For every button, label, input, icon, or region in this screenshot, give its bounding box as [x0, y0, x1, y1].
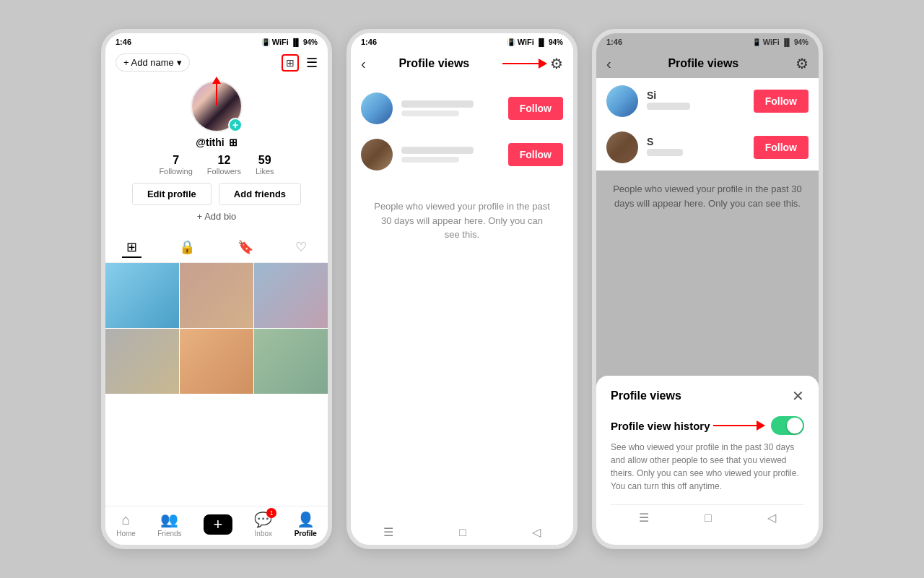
grid-item-5[interactable]: [180, 329, 253, 394]
phone-2: 1:46 📳 WiFi ▐▌ 94% ‹ Profile views ⚙ Fol…: [346, 29, 578, 549]
toggle-arrow-line: [713, 425, 757, 426]
gear-arrow-annotation: ⚙: [502, 55, 563, 72]
likes-count: 59: [258, 154, 271, 167]
user-info-4: S: [647, 136, 745, 159]
arrow-line: [502, 63, 539, 64]
tab-grid[interactable]: ⊞: [122, 238, 141, 258]
create-button[interactable]: +: [204, 514, 232, 535]
action-buttons: Edit profile Add friends: [132, 183, 301, 205]
back-button-2[interactable]: ‹: [361, 56, 366, 72]
toggle-area: [713, 416, 804, 435]
grid-item-4[interactable]: [105, 329, 179, 394]
gear-button-3[interactable]: ⚙: [796, 55, 808, 72]
time-2: 1:46: [361, 38, 377, 46]
modal-toggle-row: Profile view history: [611, 416, 804, 435]
profile-view-toggle[interactable]: [771, 416, 804, 435]
friends-label: Friends: [157, 530, 181, 538]
modal-sheet: Profile views ✕ Profile view history See…: [596, 376, 819, 545]
follow-button-4[interactable]: Follow: [754, 136, 808, 159]
inbox-icon: 💬 1: [254, 511, 272, 528]
modal-close-button[interactable]: ✕: [792, 387, 804, 405]
nav-create[interactable]: +: [204, 514, 232, 535]
likes-stat[interactable]: 59 Likes: [256, 154, 274, 176]
back-button-3[interactable]: ‹: [606, 56, 611, 72]
user-name-blur-2: [401, 147, 474, 154]
tab-lock[interactable]: 🔒: [175, 238, 199, 258]
tab-heart[interactable]: ♡: [291, 238, 311, 258]
vibrate-icon-2: 📳: [507, 38, 515, 46]
modal-title: Profile views: [611, 389, 681, 402]
user-row-3: Si Follow: [596, 78, 819, 124]
content-grid: [105, 263, 328, 394]
android-home-icon[interactable]: □: [459, 526, 466, 539]
gear-button-2[interactable]: ⚙: [550, 55, 563, 72]
username-text: @tithi: [196, 137, 224, 148]
add-photo-button[interactable]: +: [228, 118, 243, 132]
page-header-3: ‹ Profile views ⚙: [596, 49, 819, 78]
user-info-1: [401, 100, 500, 116]
nav-profile[interactable]: 👤 Profile: [295, 511, 317, 538]
modal-description: See who viewed your profile in the past …: [611, 441, 804, 493]
likes-label: Likes: [256, 167, 274, 176]
followers-stat[interactable]: 12 Followers: [207, 154, 241, 176]
inbox-label: Inbox: [255, 530, 272, 538]
spacer-2: [351, 256, 573, 520]
toggle-knob: [787, 418, 803, 434]
user-info-2: [401, 147, 500, 163]
follow-button-1[interactable]: Follow: [508, 97, 563, 120]
status-bar-2: 1:46 📳 WiFi ▐▌ 94%: [351, 33, 573, 49]
home-label: Home: [116, 530, 136, 538]
header-icons: ⊞ ☰: [282, 54, 318, 72]
user-row-1: Follow: [351, 85, 573, 131]
home-icon: ⌂: [121, 512, 130, 528]
android-back-icon[interactable]: ◁: [532, 525, 541, 539]
inbox-badge: 1: [266, 508, 276, 518]
signal-icon-3: ▐▌: [782, 38, 792, 46]
follow-button-2[interactable]: Follow: [508, 143, 563, 166]
vibrate-icon: 📳: [261, 38, 270, 46]
signal-icon-2: ▐▌: [536, 38, 546, 46]
profile-label: Profile: [295, 530, 317, 538]
battery-1: 94%: [303, 38, 318, 46]
username-row: @tithi ⊞: [196, 137, 237, 148]
add-name-button[interactable]: + Add name ▾: [116, 53, 190, 72]
nav-friends[interactable]: 👥 Friends: [157, 511, 181, 538]
add-name-label: + Add name: [123, 57, 174, 68]
android-menu-icon[interactable]: ☰: [383, 525, 393, 539]
info-text-2: People who viewed your profile in the pa…: [351, 185, 573, 256]
grid-item-2[interactable]: [180, 263, 253, 328]
stats-row: 7 Following 12 Followers 59 Likes: [159, 154, 274, 176]
android-back-icon-3[interactable]: ◁: [767, 511, 776, 525]
grid-item-1[interactable]: [105, 263, 179, 328]
grid-item-6[interactable]: [254, 329, 328, 394]
nav-home[interactable]: ⌂ Home: [116, 512, 136, 538]
android-menu-icon-3[interactable]: ☰: [639, 511, 649, 525]
follow-button-3[interactable]: Follow: [754, 90, 808, 113]
toggle-arrow-head: [757, 420, 765, 431]
status-icons-2: 📳 WiFi ▐▌ 94%: [507, 38, 563, 46]
add-bio-link[interactable]: + Add bio: [197, 211, 237, 222]
grid-item-3[interactable]: [254, 263, 328, 328]
following-stat[interactable]: 7 Following: [159, 154, 192, 176]
nav-inbox[interactable]: 💬 1 Inbox: [254, 511, 272, 538]
menu-icon[interactable]: ☰: [306, 55, 318, 71]
battery-3: 94%: [794, 38, 808, 46]
wifi-icon-3: WiFi: [763, 38, 780, 46]
signal-icon: ▐▌: [291, 38, 301, 46]
profile-icon: 👤: [297, 511, 315, 528]
toggle-arrow: [713, 420, 765, 431]
profile-views-qr-button[interactable]: ⊞: [282, 54, 299, 72]
user-avatar-1: [361, 92, 393, 124]
status-bar-3: 1:46 📳 WiFi ▐▌ 94%: [596, 33, 819, 49]
followers-count: 12: [217, 154, 230, 167]
tab-bookmark[interactable]: 🔖: [233, 238, 258, 258]
qr-code-icon[interactable]: ⊞: [229, 137, 237, 148]
friends-icon: 👥: [160, 511, 178, 528]
edit-profile-button[interactable]: Edit profile: [132, 183, 212, 205]
android-home-icon-3[interactable]: □: [705, 512, 712, 525]
time-3: 1:46: [606, 38, 622, 46]
followers-label: Followers: [207, 167, 241, 176]
user-name-partial-4: S: [647, 136, 745, 147]
add-friends-button[interactable]: Add friends: [219, 183, 301, 205]
arrow-shaft: [216, 84, 217, 105]
